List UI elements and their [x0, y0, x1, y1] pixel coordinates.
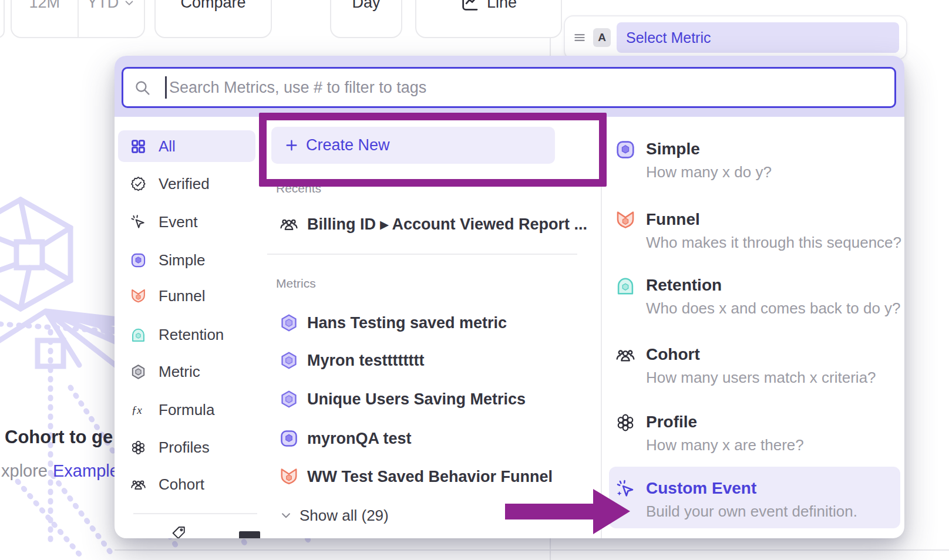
sidebar-label: Verified	[159, 175, 210, 193]
cohort-icon	[615, 345, 635, 365]
retention-icon	[615, 276, 635, 296]
retention-icon	[130, 327, 146, 343]
metric-item-myronqa-test[interactable]: myronQA test	[280, 426, 412, 451]
sidebar-item-cohort[interactable]: Cohort	[118, 468, 255, 500]
cohort-icon	[280, 215, 298, 234]
type-simple-desc: How many x do y?	[646, 163, 772, 181]
type-cohort-desc: How many users match x criteria?	[646, 369, 876, 387]
recents-divider	[267, 254, 577, 255]
sidebar-item-event[interactable]: Event	[118, 206, 255, 238]
show-all-label: Show all (29)	[299, 507, 389, 525]
app-root: { "topbar": { "range_12m": "12M", "range…	[0, 0, 949, 560]
type-custom-event[interactable]: Custom Event	[646, 479, 756, 498]
annotation-rectangle	[259, 113, 607, 187]
chevron-down-icon	[280, 509, 292, 522]
saved-metric-icon	[280, 390, 298, 409]
cohort-icon	[130, 477, 146, 492]
sidebar-label: All	[159, 137, 176, 156]
compare-label: Compare	[180, 0, 245, 12]
day-label: Day	[352, 0, 380, 12]
compare-button[interactable]: Compare	[154, 0, 272, 38]
sidebar-item-all[interactable]: All	[118, 130, 255, 162]
sidebar-label: Funnel	[159, 287, 206, 305]
empty-state-heading-fragment: Cohort to ge	[5, 427, 113, 448]
search-input[interactable]	[123, 69, 894, 106]
range-ytd-button[interactable]: YTD	[79, 0, 144, 37]
funnel-icon	[615, 210, 635, 230]
date-range-group: 12M YTD	[11, 0, 145, 38]
type-profile-desc: How many x are there?	[646, 436, 804, 454]
type-simple[interactable]: Simple	[646, 140, 700, 158]
text-caret	[165, 76, 167, 99]
metric-item-unique-users[interactable]: Unique Users Saving Metrics	[280, 386, 526, 412]
sidebar-label: Metric	[159, 363, 200, 381]
simple-metric-icon	[130, 252, 146, 268]
type-retention-desc: Who does x and comes back to do y?	[646, 299, 901, 318]
sidebar-label: Profiles	[159, 438, 210, 457]
type-funnel-desc: Who makes it through this sequence?	[646, 234, 901, 252]
saved-metric-icon	[280, 313, 298, 332]
metric-item-label: WW Test Saved Behavior Funnel	[307, 468, 553, 486]
series-badge: A	[593, 28, 611, 47]
type-profile[interactable]: Profile	[646, 413, 697, 431]
sidebar-item-metric[interactable]: Metric	[118, 356, 255, 387]
sidebar-label: Cohort	[159, 475, 204, 494]
sidebar-item-funnel[interactable]: Funnel	[118, 280, 255, 312]
profiles-icon	[130, 440, 146, 456]
sidebar-label: Event	[159, 213, 198, 231]
sidebar-item-simple[interactable]: Simple	[118, 244, 255, 276]
metric-item-myron-test[interactable]: Myron testttttttt	[280, 348, 424, 373]
sidebar-item-formula[interactable]: ƒx Formula	[118, 394, 255, 426]
metric-hexagon-icon	[130, 364, 146, 380]
recent-item-billing-id[interactable]: Billing ID ▸ Account Viewed Report ...	[280, 211, 587, 237]
sidebar-label: Simple	[159, 251, 205, 269]
select-metric-label: Select Metric	[626, 29, 711, 46]
saved-metric-icon	[280, 351, 298, 370]
sidebar-item-verified[interactable]: Verified	[118, 168, 255, 200]
sidebar-item-retention[interactable]: Retention	[118, 319, 255, 350]
chart-type-line-button[interactable]: Line	[415, 0, 562, 38]
range-12m-button[interactable]: 12M	[12, 0, 79, 37]
line-label: Line	[487, 0, 517, 12]
drag-handle-icon[interactable]	[572, 30, 587, 45]
funnel-icon	[280, 467, 298, 486]
sidebar-divider	[133, 513, 257, 514]
type-retention[interactable]: Retention	[646, 276, 722, 295]
metrics-section-label: Metrics	[276, 276, 316, 291]
sidebar-label: Retention	[159, 326, 224, 344]
type-funnel[interactable]: Funnel	[646, 210, 700, 229]
grid-icon	[130, 139, 146, 154]
panel-divider-horizontal	[115, 549, 949, 551]
simple-metric-icon	[615, 140, 635, 160]
type-cohort[interactable]: Cohort	[646, 345, 700, 364]
range-ytd-label: YTD	[87, 0, 119, 12]
profiles-icon	[615, 413, 635, 433]
metric-item-label: Unique Users Saving Metrics	[307, 390, 526, 409]
metric-row: A Select Metric	[564, 15, 907, 60]
granularity-day-button[interactable]: Day	[330, 0, 402, 38]
sidebar-item-profiles[interactable]: Profiles	[118, 431, 255, 463]
svg-text:ƒx: ƒx	[132, 404, 143, 416]
range-12m-label: 12M	[29, 0, 60, 12]
event-cursor-icon	[130, 214, 146, 230]
formula-icon: ƒx	[130, 402, 146, 418]
funnel-icon	[130, 288, 146, 304]
type-custom-event-desc: Build your own event definition.	[646, 502, 857, 521]
toolbar-edge-button[interactable]	[0, 0, 5, 38]
line-chart-icon	[460, 0, 479, 12]
tag-icon[interactable]	[171, 525, 186, 538]
simple-metric-icon	[280, 429, 298, 448]
sidebar-label: Formula	[159, 401, 214, 419]
annotation-arrow	[505, 484, 631, 540]
select-metric-button[interactable]: Select Metric	[617, 22, 899, 53]
chevron-down-icon	[123, 0, 135, 9]
recent-item-label: Billing ID ▸ Account Viewed Report ...	[307, 215, 587, 234]
show-all-button[interactable]: Show all (29)	[280, 502, 389, 528]
verified-badge-icon	[130, 176, 146, 192]
subtext-fragment: xplore	[1, 461, 48, 480]
metric-item-label: Hans Testing saved metric	[307, 314, 507, 332]
metric-item-label: Myron testttttttt	[307, 352, 424, 370]
metric-item-hans-testing[interactable]: Hans Testing saved metric	[280, 310, 507, 336]
sidebar-item-tags-partial[interactable]	[239, 531, 260, 538]
metric-item-label: myronQA test	[307, 430, 412, 448]
